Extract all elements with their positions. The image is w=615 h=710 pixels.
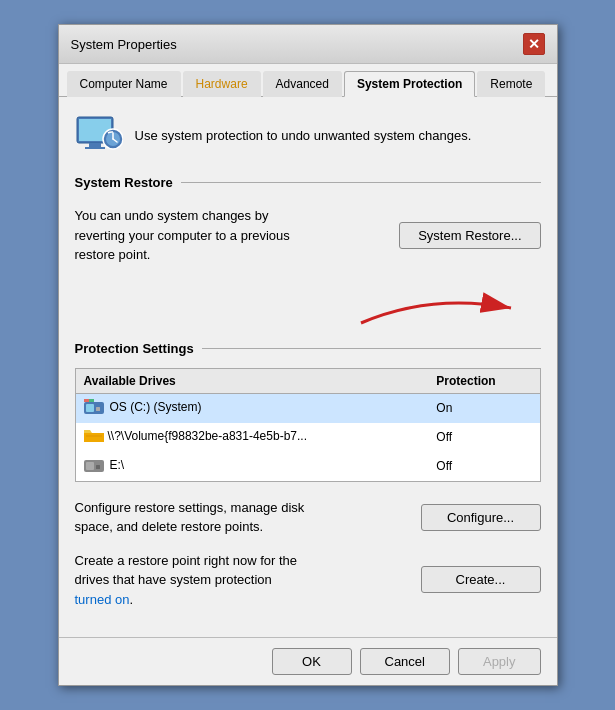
table-header-row: Available Drives Protection: [75, 368, 540, 393]
cancel-button[interactable]: Cancel: [360, 648, 450, 675]
info-row: Use system protection to undo unwanted s…: [75, 111, 541, 159]
system-restore-description: You can undo system changes by reverting…: [75, 206, 305, 265]
dialog-footer: OK Cancel Apply: [59, 637, 557, 685]
create-description: Create a restore point right now for the…: [75, 551, 305, 610]
title-bar: System Properties ✕: [59, 25, 557, 64]
drive-icon-c: OS (C:) (System): [84, 399, 202, 415]
svg-rect-10: [86, 404, 94, 412]
protection-settings-header: Protection Settings: [75, 341, 541, 356]
svg-rect-3: [85, 147, 105, 149]
system-properties-dialog: System Properties ✕ Computer Name Hardwa…: [58, 24, 558, 686]
ok-button[interactable]: OK: [272, 648, 352, 675]
system-restore-header: System Restore: [75, 175, 541, 190]
table-row[interactable]: \\?\Volume{f98832be-a831-4e5b-b7... Off: [75, 423, 540, 452]
dialog-title: System Properties: [71, 37, 177, 52]
drive-c-label: OS (C:) (System): [110, 400, 202, 414]
configure-description: Configure restore settings, manage disk …: [75, 498, 305, 537]
system-restore-row: You can undo system changes by reverting…: [75, 202, 541, 269]
drive-icon-volume: \\?\Volume{f98832be-a831-4e5b-b7...: [84, 428, 308, 444]
drives-table: Available Drives Protection: [75, 368, 541, 482]
drive-volume-label: \\?\Volume{f98832be-a831-4e5b-b7...: [108, 429, 308, 443]
tab-bar: Computer Name Hardware Advanced System P…: [59, 64, 557, 97]
col-available-drives: Available Drives: [75, 368, 428, 393]
protection-cell-volume: Off: [428, 423, 540, 452]
drive-cell: E:\: [75, 452, 428, 482]
tab-computer-name[interactable]: Computer Name: [67, 71, 181, 97]
system-protection-icon: [75, 111, 123, 159]
tab-hardware[interactable]: Hardware: [183, 71, 261, 97]
restore-arrow: [351, 283, 531, 333]
tab-remote[interactable]: Remote: [477, 71, 545, 97]
drive-icon-e: E:\: [84, 457, 125, 473]
tab-advanced[interactable]: Advanced: [263, 71, 342, 97]
svg-rect-15: [86, 435, 102, 437]
create-button[interactable]: Create...: [421, 566, 541, 593]
create-highlight: turned on: [75, 592, 130, 607]
svg-rect-2: [89, 143, 101, 147]
arrow-container: [75, 293, 541, 333]
configure-row: Configure restore settings, manage disk …: [75, 498, 541, 537]
protection-cell-e: Off: [428, 452, 540, 482]
removable-drive-icon: [84, 457, 106, 473]
folder-icon: [84, 428, 104, 444]
svg-rect-17: [86, 462, 94, 470]
drive-e-label: E:\: [110, 458, 125, 472]
system-restore-button[interactable]: System Restore...: [399, 222, 540, 249]
col-protection: Protection: [428, 368, 540, 393]
close-button[interactable]: ✕: [523, 33, 545, 55]
section-divider: [181, 182, 541, 183]
svg-rect-18: [96, 465, 100, 469]
protection-settings-label: Protection Settings: [75, 341, 194, 356]
table-row[interactable]: OS (C:) (System) On: [75, 393, 540, 423]
section-divider-2: [202, 348, 541, 349]
drive-cell: OS (C:) (System): [75, 393, 428, 423]
create-row: Create a restore point right now for the…: [75, 551, 541, 610]
svg-rect-11: [96, 407, 100, 411]
hdd-icon: [84, 399, 106, 415]
protection-cell-c: On: [428, 393, 540, 423]
info-description: Use system protection to undo unwanted s…: [135, 128, 472, 143]
tab-system-protection[interactable]: System Protection: [344, 71, 475, 97]
tab-content: Use system protection to undo unwanted s…: [59, 97, 557, 637]
apply-button[interactable]: Apply: [458, 648, 541, 675]
configure-button[interactable]: Configure...: [421, 504, 541, 531]
table-row[interactable]: E:\ Off: [75, 452, 540, 482]
drive-cell: \\?\Volume{f98832be-a831-4e5b-b7...: [75, 423, 428, 452]
svg-rect-12: [84, 399, 89, 402]
svg-rect-13: [89, 399, 94, 402]
system-restore-label: System Restore: [75, 175, 173, 190]
